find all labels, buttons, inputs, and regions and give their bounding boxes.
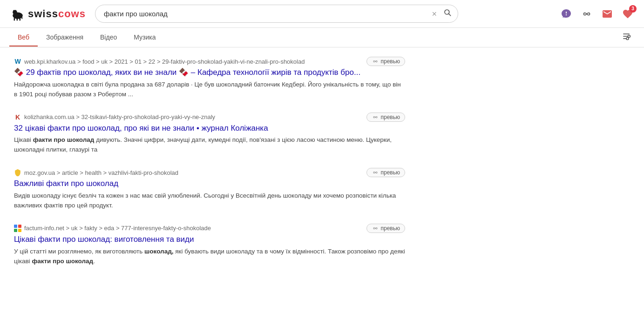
tab-video[interactable]: Відео xyxy=(92,29,125,47)
preview-label: превью xyxy=(381,114,400,120)
result-url: moz.gov.ua > article > health > vazhlivi… xyxy=(24,169,364,176)
result-url-row: factum-info.net > uk > fakty > eda > 777… xyxy=(14,224,405,233)
logo-text-cows: cows xyxy=(58,8,86,20)
result-item: moz.gov.ua > article > health > vazhlivi… xyxy=(14,168,405,211)
logo-link[interactable]: swisscows xyxy=(9,6,86,22)
svg-rect-7 xyxy=(15,10,16,12)
infinity-icon-button[interactable] xyxy=(580,7,594,21)
result-url: kolizhanka.com.ua > 32-tsikavi-fakty-pro… xyxy=(24,113,364,120)
shield-favicon-icon xyxy=(14,169,21,176)
svg-rect-17 xyxy=(14,229,17,232)
svg-rect-18 xyxy=(18,229,21,232)
result-snippet: Видів шоколаду існує безліч та кожен з н… xyxy=(14,191,405,211)
email-icon-button[interactable] xyxy=(600,7,614,21)
svg-rect-15 xyxy=(14,225,17,228)
search-clear-button[interactable]: × xyxy=(432,10,437,18)
preview-label: превью xyxy=(381,169,400,176)
tab-images[interactable]: Зображення xyxy=(38,29,92,47)
result-url-row: moz.gov.ua > article > health > vazhlivi… xyxy=(14,168,405,177)
preview-label: превью xyxy=(381,58,400,65)
infinity-preview-icon xyxy=(372,115,379,120)
result-url-row: K kolizhanka.com.ua > 32-tsikavi-fakty-p… xyxy=(14,113,405,122)
favicon-wp: W xyxy=(14,58,21,65)
result-title[interactable]: Цікаві факти про шоколад: виготовлення т… xyxy=(14,234,405,245)
nav-tabs: Веб Зображення Відео Музика xyxy=(0,28,644,47)
svg-point-13 xyxy=(628,35,630,38)
svg-rect-2 xyxy=(14,18,15,20)
favicon-grid xyxy=(14,225,21,232)
preview-button[interactable]: превью xyxy=(366,224,405,233)
result-snippet: Найдорожча шоколадка в світі була продан… xyxy=(14,80,405,100)
infinity-preview-icon xyxy=(372,226,379,231)
grid-favicon-icon xyxy=(14,225,21,232)
logo-text-swiss: swiss xyxy=(28,8,58,20)
result-snippet: Цікаві факти про шоколад дивують. Значні… xyxy=(14,135,405,155)
favicon-shield xyxy=(14,169,21,176)
result-item: W web.kpi.kharkov.ua > food > uk > 2021 … xyxy=(14,57,405,100)
viber-icon xyxy=(561,8,572,20)
result-title[interactable]: 🍫 29 фактів про шоколад, яких ви не знал… xyxy=(14,67,405,78)
result-item: K kolizhanka.com.ua > 32-tsikavi-fakty-p… xyxy=(14,113,405,155)
result-title[interactable]: Важливі факти про шоколад xyxy=(14,178,405,189)
logo-cow-icon xyxy=(9,6,26,22)
svg-point-14 xyxy=(626,38,629,40)
favorites-icon-button[interactable]: 3 xyxy=(621,7,635,21)
result-url: factum-info.net > uk > fakty > eda > 777… xyxy=(24,225,364,232)
svg-rect-5 xyxy=(21,17,22,19)
filter-icon xyxy=(622,32,631,41)
favicon-k: K xyxy=(14,113,21,121)
header-icons: 3 xyxy=(559,7,635,21)
viber-icon-button[interactable] xyxy=(559,7,573,21)
favorites-badge: 3 xyxy=(629,5,637,13)
email-icon xyxy=(602,8,613,20)
search-submit-button[interactable] xyxy=(438,5,457,23)
preview-button[interactable]: превью xyxy=(366,57,405,66)
result-url-row: W web.kpi.kharkov.ua > food > uk > 2021 … xyxy=(14,57,405,66)
search-bar: × xyxy=(95,5,458,23)
preview-button[interactable]: превью xyxy=(366,168,405,177)
svg-rect-3 xyxy=(17,18,18,20)
result-item: factum-info.net > uk > fakty > eda > 777… xyxy=(14,224,405,266)
preview-label: превью xyxy=(381,225,400,232)
infinity-preview-icon xyxy=(372,59,379,64)
filter-button[interactable] xyxy=(618,28,635,47)
infinity-preview-icon xyxy=(372,170,379,175)
search-icon xyxy=(443,8,452,17)
svg-rect-16 xyxy=(18,225,21,228)
logo-text: swisscows xyxy=(28,8,86,20)
search-input[interactable] xyxy=(95,5,458,23)
tab-web[interactable]: Веб xyxy=(9,29,38,47)
header: swisscows × xyxy=(0,0,644,28)
svg-rect-6 xyxy=(13,10,14,12)
infinity-icon xyxy=(581,10,593,18)
svg-line-9 xyxy=(449,14,451,16)
preview-button[interactable]: превью xyxy=(366,113,405,122)
svg-rect-4 xyxy=(20,18,20,20)
result-snippet: У цій статті ми розглянемо, як виготовля… xyxy=(14,247,405,266)
result-title[interactable]: 32 цікаві факти про шоколад, про які ви … xyxy=(14,123,405,134)
result-url: web.kpi.kharkov.ua > food > uk > 2021 > … xyxy=(24,58,364,65)
results-container: W web.kpi.kharkov.ua > food > uk > 2021 … xyxy=(0,47,419,289)
tab-music[interactable]: Музика xyxy=(125,29,164,47)
